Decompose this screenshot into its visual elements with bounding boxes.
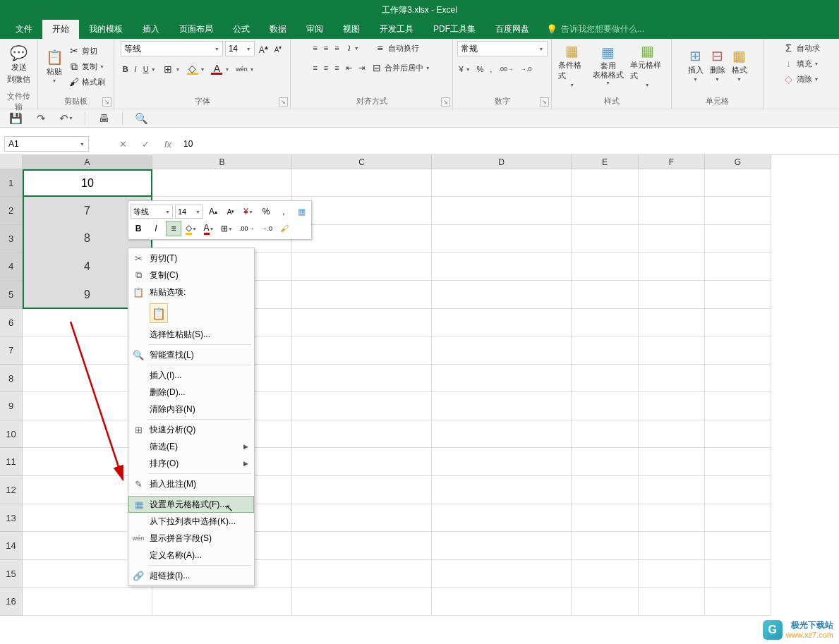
cell-E4[interactable] xyxy=(572,253,639,281)
number-launcher[interactable]: ↘ xyxy=(540,97,549,107)
cell-E6[interactable] xyxy=(572,309,639,336)
increase-decimal-button[interactable]: .00→ xyxy=(496,62,516,76)
cell-C14[interactable] xyxy=(292,532,432,560)
cell-F14[interactable] xyxy=(639,532,705,560)
cell-E13[interactable] xyxy=(572,504,639,532)
cell-G16[interactable] xyxy=(705,588,771,616)
paste-button[interactable]: 📋 粘贴 ▼ xyxy=(44,42,64,90)
mini-font-color-button[interactable]: A▼ xyxy=(201,221,217,236)
ctx-hyperlink[interactable]: 🔗超链接(I)... xyxy=(128,567,254,584)
row-header-10[interactable]: 10 xyxy=(0,420,23,448)
row-header-9[interactable]: 9 xyxy=(0,392,23,420)
cell-C15[interactable] xyxy=(292,560,432,588)
cell-C10[interactable] xyxy=(292,420,432,448)
cell-D11[interactable] xyxy=(432,448,572,476)
cell-C13[interactable] xyxy=(292,504,432,532)
qat-preview-button[interactable]: 🔍 xyxy=(134,111,148,126)
cell-G3[interactable] xyxy=(705,225,771,253)
cell-C2[interactable] xyxy=(292,197,432,225)
send-to-wechat-button[interactable]: 💬 发送 到微信 xyxy=(5,41,32,89)
tab-pdf[interactable]: PDF工具集 xyxy=(423,20,485,39)
row-header-6[interactable]: 6 xyxy=(0,309,23,336)
row-header-11[interactable]: 11 xyxy=(0,448,23,476)
mini-dec-font-button[interactable]: A▾ xyxy=(223,204,239,219)
paste-option-default[interactable]: 📋 xyxy=(150,303,168,323)
align-right-button[interactable]: ≡ xyxy=(332,61,341,75)
autosum-button[interactable]: Σ自动求 xyxy=(781,41,822,55)
cell-F1[interactable] xyxy=(639,169,705,197)
align-middle-button[interactable]: ≡ xyxy=(322,41,330,55)
mini-currency-button[interactable]: ¥▼ xyxy=(241,204,256,219)
col-header-E[interactable]: E xyxy=(572,155,639,169)
cell-E5[interactable] xyxy=(572,281,639,309)
insert-cells-button[interactable]: ⊞插入▼ xyxy=(686,41,706,89)
ctx-sort[interactable]: 排序(O)▶ xyxy=(128,455,254,472)
cell-E12[interactable] xyxy=(572,476,639,504)
cell-G8[interactable] xyxy=(705,365,771,392)
col-header-C[interactable]: C xyxy=(292,155,432,169)
format-painter-button[interactable]: 🖌格式刷 xyxy=(66,75,107,89)
comma-button[interactable]: , xyxy=(488,62,494,76)
cell-D9[interactable] xyxy=(432,392,572,420)
delete-cells-button[interactable]: ⊟删除▼ xyxy=(708,41,728,89)
cell-G10[interactable] xyxy=(705,420,771,448)
tab-home[interactable]: 开始 xyxy=(42,20,79,39)
cell-D1[interactable] xyxy=(432,169,572,197)
fx-button[interactable]: fx xyxy=(158,136,178,152)
mini-size-select[interactable]: 14▼ xyxy=(175,205,203,219)
cell-E16[interactable] xyxy=(572,588,639,616)
increase-font-button[interactable]: A▴ xyxy=(257,42,270,56)
font-size-select[interactable]: 14▼ xyxy=(225,41,255,56)
cell-F10[interactable] xyxy=(639,420,705,448)
cell-D2[interactable] xyxy=(432,197,572,225)
cell-D8[interactable] xyxy=(432,365,572,392)
cell-D4[interactable] xyxy=(432,253,572,281)
cell-E14[interactable] xyxy=(572,532,639,560)
mini-comma-button[interactable]: , xyxy=(276,204,291,219)
tab-review[interactable]: 审阅 xyxy=(296,20,333,39)
cut-button[interactable]: ✂剪切 xyxy=(66,44,107,58)
cell-D10[interactable] xyxy=(432,420,572,448)
table-format-button[interactable]: ▦套用 表格格式▼ xyxy=(591,41,626,89)
cell-F8[interactable] xyxy=(639,365,705,392)
ctx-paste-special[interactable]: 选择性粘贴(S)... xyxy=(128,326,254,343)
cell-F4[interactable] xyxy=(639,253,705,281)
cell-D7[interactable] xyxy=(432,336,572,365)
cell-A16[interactable] xyxy=(23,588,152,616)
cell-C9[interactable] xyxy=(292,392,432,420)
cell-E3[interactable] xyxy=(572,225,639,253)
align-center-button[interactable]: ≡ xyxy=(322,61,330,75)
ctx-clear-contents[interactable]: 清除内容(N) xyxy=(128,401,254,418)
row-header-15[interactable]: 15 xyxy=(0,560,23,588)
ctx-filter[interactable]: 筛选(E)▶ xyxy=(128,438,254,455)
row-header-16[interactable]: 16 xyxy=(0,588,23,616)
align-left-button[interactable]: ≡ xyxy=(310,61,319,75)
cell-G5[interactable] xyxy=(705,281,771,309)
cell-style-button[interactable]: ▦单元格样式▼ xyxy=(628,41,667,89)
qat-print-button[interactable]: 🖶 xyxy=(97,111,111,126)
ctx-dropdown-pick[interactable]: 从下拉列表中选择(K)... xyxy=(128,513,254,530)
cell-G9[interactable] xyxy=(705,392,771,420)
fill-color-button[interactable]: ◇▼ xyxy=(185,62,207,76)
font-launcher[interactable]: ↘ xyxy=(279,97,288,107)
align-top-button[interactable]: ≡ xyxy=(310,41,319,55)
active-cell[interactable]: 10 xyxy=(23,169,152,197)
cell-D3[interactable] xyxy=(432,225,572,253)
clipboard-launcher[interactable]: ↘ xyxy=(102,97,111,107)
tab-baidu[interactable]: 百度网盘 xyxy=(485,20,539,39)
cell-F9[interactable] xyxy=(639,392,705,420)
cell-F13[interactable] xyxy=(639,504,705,532)
cell-F11[interactable] xyxy=(639,448,705,476)
orientation-button[interactable]: ⤸▼ xyxy=(344,41,361,55)
cell-B16[interactable] xyxy=(152,588,292,616)
wrap-text-button[interactable]: ≡自动换行 xyxy=(373,41,421,55)
cell-F7[interactable] xyxy=(639,336,705,365)
cell-E8[interactable] xyxy=(572,365,639,392)
row-header-5[interactable]: 5 xyxy=(0,281,23,309)
format-cells-button[interactable]: ▦格式▼ xyxy=(730,41,749,89)
cell-D5[interactable] xyxy=(432,281,572,309)
cell-E9[interactable] xyxy=(572,392,639,420)
decrease-indent-button[interactable]: ⇤ xyxy=(344,61,354,75)
tab-insert[interactable]: 插入 xyxy=(133,20,169,39)
mini-font-select[interactable]: 等线▼ xyxy=(131,205,173,219)
